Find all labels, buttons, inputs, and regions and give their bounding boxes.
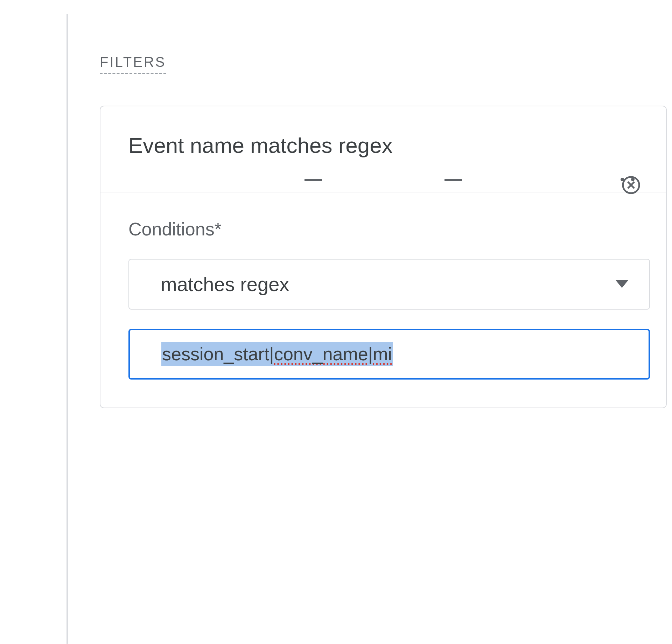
regex-value-input[interactable]: session_start|conv_name|mi — [128, 329, 650, 380]
header-dots — [621, 178, 635, 181]
chevron-down-icon — [616, 280, 628, 288]
operator-select-value: matches regex — [161, 273, 289, 296]
filter-title: Event name matches regex — [128, 131, 393, 160]
conditions-label: Conditions* — [128, 219, 638, 240]
operator-select[interactable]: matches regex — [128, 259, 650, 310]
input-text-plain: session_start| — [162, 344, 274, 364]
header-separator-marks — [100, 179, 666, 181]
filters-panel: FILTERS Event name matches regex Condit — [66, 14, 668, 408]
conditions-section: Conditions* matches regex session_start|… — [100, 192, 666, 408]
regex-input-text: session_start|conv_name|mi — [161, 342, 393, 366]
input-text-spellchecked: conv_name|mi — [274, 344, 392, 364]
filter-card-header: Event name matches regex — [100, 106, 666, 192]
filter-card: Event name matches regex Conditions* m — [100, 106, 667, 408]
filters-heading: FILTERS — [100, 54, 166, 74]
